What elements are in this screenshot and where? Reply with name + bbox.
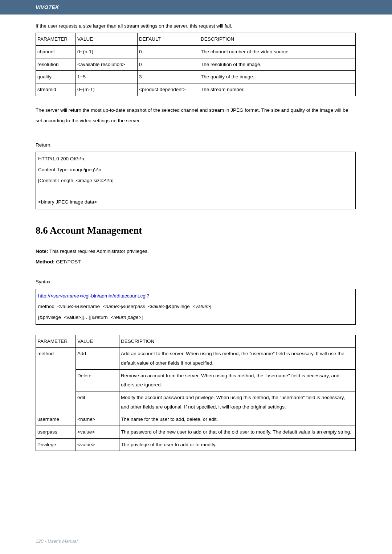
return-code-box: HTTP/1.0 200 OK\r\n Content-Type: image/… [36,152,356,209]
table-row: username <name> The name for the user to… [36,413,356,426]
cell-desc: The resolution of the image. [199,58,356,71]
cell-desc: The privilege of the user to add or to m… [119,438,356,451]
cell-param: method [36,348,76,413]
return-label: Return: [36,140,356,150]
cell-value: <name> [76,413,119,426]
cell-default: 0 [138,45,199,58]
col-description: DESCRIPTION [119,335,356,348]
cell-value: 0~(n-1) [76,45,138,58]
page-header: VIVOTEK [0,0,392,15]
code-line: <binary JPEG image data> [38,197,353,208]
intro-paragraph: If the user requests a size larger than … [36,21,356,31]
cell-desc: Modify the account password and privileg… [119,391,356,413]
cell-default: <product dependent> [138,83,199,96]
code-line [38,186,353,197]
col-description: DESCRIPTION [199,33,356,46]
code-line: HTTP/1.0 200 OK\r\n [38,153,353,164]
page-footer: 120 - User's Manual [36,538,78,544]
col-parameter: PARAMETER [36,33,76,46]
page-content: If the user requests a size larger than … [0,15,392,451]
table-row: channel 0~(n-1) 0 The channel number of … [36,45,356,58]
cell-value: Add [76,348,119,369]
cell-value: <value> [76,438,119,451]
cell-default: 3 [138,71,199,83]
cell-value: <value> [76,426,119,438]
cell-param: quality [36,71,76,83]
cell-param: userpass [36,426,76,438]
cell-param: Privilege [36,438,76,451]
table-row: resolution <available resolution> 0 The … [36,58,356,71]
col-parameter: PARAMETER [36,335,76,348]
cell-param: resolution [36,58,76,71]
table-row: userpass <value> The password of the new… [36,426,356,438]
syntax-line-2: method=<value>&username=<name>[&userpass… [38,301,353,312]
cell-value: 1~5 [76,71,138,83]
cell-value: edit [76,391,119,413]
table-row: method Add Add an account to the server.… [36,348,356,369]
table-header-row: PARAMETER VALUE DEFAULT DESCRIPTION [36,33,356,46]
col-value: VALUE [76,33,138,46]
section-heading: 8.6 Account Management [36,220,356,241]
syntax-line-1: http://<servername>/cgi-bin/admin/editac… [38,291,353,301]
cell-param: channel [36,45,76,58]
method-line: Method: GET/POST [36,257,356,267]
table-row: edit Modify the account password and pri… [36,391,356,413]
cell-default: 0 [138,58,199,71]
cell-desc: The name for the user to add, delete, or… [119,413,356,426]
col-default: DEFAULT [138,33,199,46]
cell-param: streamid [36,83,76,96]
table-row: Privilege <value> The privilege of the u… [36,438,356,451]
cell-desc: The channel number of the video source. [199,45,356,58]
parameters-table-2: PARAMETER VALUE DESCRIPTION method Add A… [36,335,356,451]
method-text: GET/POST [54,259,81,264]
method-label: Method: [36,259,54,264]
cell-value: 0~(m-1) [76,83,138,96]
cell-value: Delete [76,369,119,391]
cell-param: username [36,413,76,426]
note-line: Note: This request requires Administrato… [36,246,356,256]
code-line: Content-Type: image/jpeg\r\n [38,164,353,175]
cell-desc: The stream number. [199,83,356,96]
table-header-row: PARAMETER VALUE DESCRIPTION [36,335,356,348]
col-value: VALUE [76,335,119,348]
cell-desc: The quality of the image. [199,71,356,83]
cell-desc: Remove an account from the server. When … [119,369,356,391]
syntax-line-3: [&privilege=<value>][…][&return=<return … [38,312,353,323]
cell-desc: Add an account to the server. When using… [119,348,356,369]
description-paragraph: The server will return the most up-to-da… [36,105,356,126]
table-row: Delete Remove an account from the server… [36,369,356,391]
note-label: Note: [36,249,48,254]
syntax-url-link[interactable]: http://<servername>/cgi-bin/admin/editac… [38,293,147,299]
syntax-box: http://<servername>/cgi-bin/admin/editac… [36,289,356,325]
cell-value: <available resolution> [76,58,138,71]
syntax-label: Syntax: [36,277,356,287]
note-text: This request requires Administrator priv… [48,249,149,254]
brand-label: VIVOTEK [36,4,59,10]
code-line: [Content-Length: <image size>\r\n] [38,175,353,186]
table-row: streamid 0~(m-1) <product dependent> The… [36,83,356,96]
cell-desc: The password of the new user to add or t… [119,426,356,438]
table-row: quality 1~5 3 The quality of the image. [36,71,356,83]
parameters-table-1: PARAMETER VALUE DEFAULT DESCRIPTION chan… [36,33,356,96]
